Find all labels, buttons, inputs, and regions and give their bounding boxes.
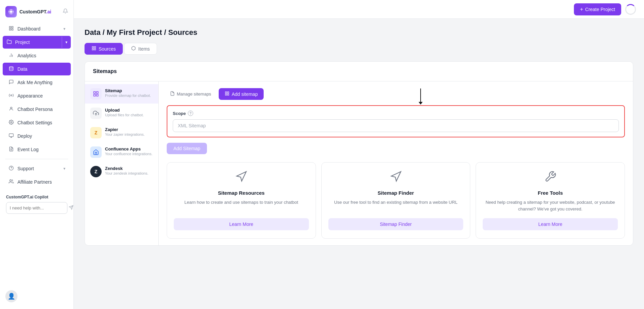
logo-area: CustomGPT.ai bbox=[0, 0, 73, 22]
scope-label: Scope ? bbox=[173, 111, 619, 116]
source-item-upload[interactable]: Upload Upload files for chatbot. bbox=[85, 104, 158, 123]
manage-sitemaps-button[interactable]: Manage sitemaps bbox=[167, 89, 215, 99]
event-log-label: Event Log bbox=[17, 147, 39, 152]
sitemap-resources-action[interactable]: Learn More bbox=[174, 218, 309, 230]
source-item-zendesk[interactable]: Z Zendesk Your zendesk integrations. bbox=[85, 162, 158, 181]
notification-icon[interactable] bbox=[63, 8, 68, 15]
sidebar-item-chatbot-settings[interactable]: Chatbot Settings bbox=[3, 116, 71, 129]
add-sitemap-label: Add sitemap bbox=[232, 91, 258, 97]
manage-row: Manage sitemaps Add sitemap bbox=[167, 88, 625, 100]
sidebar-item-data[interactable]: Data bbox=[3, 63, 71, 75]
svg-rect-23 bbox=[94, 49, 96, 50]
svg-rect-24 bbox=[94, 91, 95, 93]
sidebar-item-project[interactable]: Project ▾ bbox=[3, 36, 71, 49]
sidebar-item-chatbot-persona[interactable]: Chatbot Persona bbox=[3, 103, 71, 116]
panel-body: Sitemap Provide sitemap for chatbot. bbox=[85, 81, 633, 245]
zendesk-text: Zendesk Your zendesk integrations. bbox=[105, 166, 148, 175]
svg-rect-21 bbox=[94, 47, 96, 48]
project-chevron[interactable]: ▾ bbox=[62, 37, 71, 48]
sitemap-finder-icon bbox=[390, 171, 402, 185]
source-item-confluence[interactable]: Confluence Apps Your confluence integrat… bbox=[85, 142, 158, 162]
zapier-text: Zapier Your zapier integrations. bbox=[105, 127, 145, 136]
svg-rect-29 bbox=[225, 92, 226, 93]
svg-rect-27 bbox=[97, 95, 98, 96]
svg-point-10 bbox=[10, 107, 12, 109]
data-icon bbox=[8, 66, 14, 72]
svg-rect-32 bbox=[227, 94, 229, 95]
affiliate-icon bbox=[8, 179, 14, 185]
sidebar-item-deploy[interactable]: Deploy bbox=[3, 130, 71, 142]
svg-rect-1 bbox=[9, 26, 10, 28]
upload-icon bbox=[90, 108, 102, 119]
tab-sources[interactable]: Sources bbox=[85, 43, 123, 55]
sidebar-item-affiliate-partners[interactable]: Affiliate Partners bbox=[3, 176, 71, 188]
manage-icon bbox=[170, 91, 175, 97]
arrow-indicator bbox=[419, 88, 423, 105]
support-icon bbox=[8, 166, 14, 172]
sidebar-item-dashboard[interactable]: Dashboard ▾ bbox=[3, 22, 71, 35]
create-project-button[interactable]: + Create Project bbox=[574, 3, 621, 15]
sitemap-icon bbox=[90, 88, 102, 100]
sources-tab-icon bbox=[92, 46, 96, 52]
topbar: + Create Project bbox=[74, 0, 644, 19]
scope-input[interactable] bbox=[173, 119, 619, 132]
resource-card-free-tools: Free Tools Need help creating a sitemap … bbox=[476, 162, 625, 239]
appearance-label: Appearance bbox=[17, 93, 43, 99]
svg-rect-4 bbox=[11, 29, 13, 30]
free-tools-title: Free Tools bbox=[538, 190, 563, 196]
tabs-row: Sources Items bbox=[85, 43, 633, 55]
sidebar-item-support[interactable]: Support ▾ bbox=[3, 162, 71, 175]
svg-rect-3 bbox=[9, 29, 10, 30]
send-icon[interactable] bbox=[69, 205, 73, 211]
sidebar-item-appearance[interactable]: Appearance bbox=[3, 89, 71, 102]
svg-point-9 bbox=[10, 95, 12, 96]
avatar: 👤 bbox=[5, 290, 17, 302]
sidebar-item-event-log[interactable]: Event Log bbox=[3, 143, 71, 156]
zendesk-icon: Z bbox=[90, 166, 102, 177]
analytics-icon bbox=[8, 53, 14, 59]
svg-rect-2 bbox=[11, 26, 13, 28]
sidebar-item-analytics[interactable]: Analytics bbox=[3, 49, 71, 62]
sidebar-item-ask-me-anything[interactable]: Ask Me Anything bbox=[3, 76, 71, 89]
confluence-text: Confluence Apps Your confluence integrat… bbox=[105, 146, 152, 156]
project-main[interactable]: Project bbox=[3, 36, 62, 49]
source-item-sitemap[interactable]: Sitemap Provide sitemap for chatbot. bbox=[85, 84, 158, 104]
copilot-title: CustomGPT.ai Copilot bbox=[6, 195, 67, 199]
sitemap-finder-action[interactable]: Sitemap Finder bbox=[328, 218, 464, 230]
add-sitemap-submit-button[interactable]: Add Sitemap bbox=[167, 143, 207, 154]
sitemaps-panel: Sitemaps Sitemap Provide sitemap bbox=[85, 61, 633, 246]
source-list: Sitemap Provide sitemap for chatbot. bbox=[85, 81, 159, 245]
source-item-zapier[interactable]: Z Zapier Your zapier integrations. bbox=[85, 123, 158, 142]
create-project-label: Create Project bbox=[585, 7, 615, 12]
loading-spinner bbox=[625, 4, 636, 15]
confluence-icon bbox=[90, 146, 102, 158]
dashboard-icon bbox=[8, 26, 14, 32]
event-log-icon bbox=[8, 146, 14, 152]
tab-items[interactable]: Items bbox=[124, 43, 157, 55]
sidebar-divider bbox=[5, 159, 68, 159]
support-chevron: ▾ bbox=[63, 166, 65, 171]
copilot-input[interactable] bbox=[10, 205, 66, 210]
resource-card-sitemap-resources: Sitemap Resources Learn how to create an… bbox=[167, 162, 316, 239]
manage-label: Manage sitemaps bbox=[177, 91, 211, 97]
copilot-input-wrapper bbox=[6, 202, 67, 214]
svg-rect-12 bbox=[9, 134, 13, 137]
logo-icon bbox=[5, 6, 17, 17]
source-detail: Manage sitemaps Add sitemap bbox=[159, 81, 633, 245]
sitemap-finder-title: Sitemap Finder bbox=[378, 190, 414, 196]
free-tools-icon bbox=[544, 171, 556, 185]
analytics-label: Analytics bbox=[17, 53, 36, 58]
zapier-icon: Z bbox=[90, 127, 102, 138]
svg-rect-30 bbox=[227, 92, 229, 93]
resource-card-sitemap-finder: Sitemap Finder Use our free tool to find… bbox=[321, 162, 471, 239]
dashboard-label: Dashboard bbox=[17, 26, 41, 32]
scope-help-icon[interactable]: ? bbox=[188, 111, 193, 116]
free-tools-action[interactable]: Learn More bbox=[483, 218, 618, 230]
deploy-icon bbox=[8, 133, 14, 139]
appearance-icon bbox=[8, 93, 14, 99]
sitemap-resources-desc: Learn how to create and use sitemaps to … bbox=[184, 199, 298, 212]
chatbot-settings-label: Chatbot Settings bbox=[17, 120, 52, 125]
add-sitemap-button[interactable]: Add sitemap bbox=[219, 88, 264, 100]
svg-rect-31 bbox=[225, 94, 226, 95]
svg-rect-22 bbox=[92, 49, 94, 50]
